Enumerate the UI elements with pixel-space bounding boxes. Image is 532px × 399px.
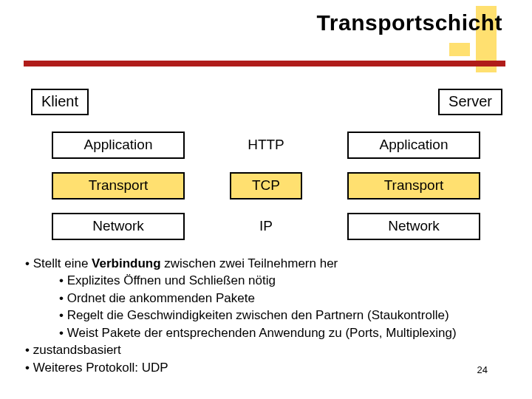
layer-application-server: Application: [347, 132, 480, 159]
layer-application-klient: Application: [52, 132, 185, 159]
title-accent-2: [449, 43, 470, 56]
protocol-http: HTTP: [200, 132, 332, 159]
bullet-sub-0: Explizites Öffnen und Schließen nötig: [59, 272, 525, 289]
layer-network-klient: Network: [52, 213, 185, 240]
protocol-tcp: TCP: [230, 172, 302, 200]
page-number: 24: [477, 364, 488, 375]
layer-transport-server: Transport: [347, 172, 480, 200]
bullet-main-2: Weiteres Protokoll: UDP: [25, 359, 525, 376]
protocol-column: HTTP TCP IP: [200, 132, 332, 253]
title-underline: [24, 61, 505, 66]
layer-stack-server: Application Transport Network: [347, 132, 480, 253]
bullet-main-1: zustandsbasiert: [25, 341, 525, 358]
layer-network-server: Network: [347, 213, 480, 240]
bullet-sub-1: Ordnet die ankommenden Pakete: [59, 290, 525, 307]
protocol-ip: IP: [200, 213, 332, 240]
host-label-klient: Klient: [31, 89, 89, 115]
bullet-sub-3: Weist Pakete der entsprechenden Anwendun…: [59, 324, 525, 341]
bullet-main-0: Stellt eine Verbindung zwischen zwei Tei…: [25, 255, 525, 272]
layer-transport-klient: Transport: [52, 172, 185, 200]
layer-stack-klient: Application Transport Network: [52, 132, 185, 253]
slide-title: Transportschicht: [317, 10, 502, 35]
bullet-list: Stellt eine Verbindung zwischen zwei Tei…: [25, 255, 525, 376]
host-label-server: Server: [438, 89, 502, 115]
bullet-sub-2: Regelt die Geschwindigkeiten zwischen de…: [59, 307, 525, 324]
